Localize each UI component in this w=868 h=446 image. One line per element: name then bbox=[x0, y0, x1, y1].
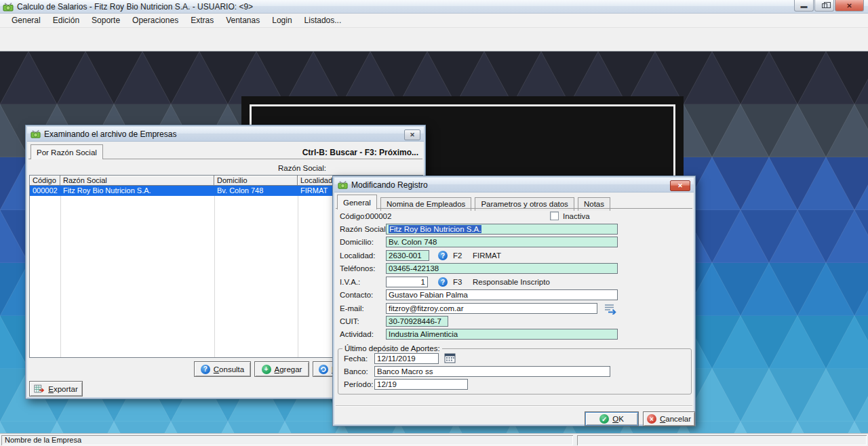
col-codigo[interactable]: Código bbox=[30, 176, 60, 186]
telefonos-input[interactable]: 03465-422138 bbox=[386, 263, 618, 274]
iva-input[interactable]: 1 bbox=[386, 277, 428, 287]
cell-domicilio: Bv. Colon 748 bbox=[214, 186, 298, 196]
app-icon bbox=[3, 1, 14, 12]
restore-button[interactable] bbox=[814, 0, 834, 12]
close-button[interactable]: ✕ bbox=[835, 0, 864, 12]
status-bar: Nombre de la Empresa bbox=[0, 433, 868, 446]
email-input[interactable]: fitzroy@fitzroy.com.ar bbox=[386, 303, 597, 314]
app-title: Calculo de Salarios - Fitz Roy Bio Nutri… bbox=[17, 2, 253, 12]
dialog-titlebar[interactable]: Modificando Registro ✕ bbox=[334, 178, 694, 192]
iva-label: I.V.A.: bbox=[340, 278, 360, 286]
cuit-value: 30-70928446-7 bbox=[389, 317, 441, 325]
actividad-input[interactable]: Industria Alimenticia bbox=[386, 329, 618, 340]
close-icon: ✕ bbox=[410, 131, 415, 138]
close-icon: ✕ bbox=[846, 2, 852, 9]
menu-general[interactable]: General bbox=[5, 14, 47, 26]
razon-label: Razón Social: bbox=[340, 225, 388, 233]
consulta-button[interactable]: ? Consulta bbox=[194, 361, 251, 377]
dialog-tabs: General Nomina de Empleados Parametros y… bbox=[337, 195, 612, 209]
dialog-title: Modificando Registro bbox=[351, 180, 428, 190]
razon-value: Fitz Roy Bio Nutricion S.A. bbox=[389, 225, 481, 233]
app-screen: Calculo de Salarios - Fitz Roy Bio Nutri… bbox=[0, 0, 868, 446]
tab-por-razon-social[interactable]: Por Razón Social bbox=[31, 144, 103, 159]
col-domicilio[interactable]: Domicilio bbox=[214, 176, 298, 186]
modify-dialog: Modificando Registro ✕ General Nomina de… bbox=[332, 176, 696, 426]
deposito-legend: Último depósito de Aportes: bbox=[342, 344, 442, 352]
cuit-label: CUIT: bbox=[340, 317, 359, 325]
search-hint: Ctrl-B: Buscar - F3: Próximo... bbox=[302, 148, 418, 157]
localidad-help-icon[interactable]: ? bbox=[438, 251, 448, 260]
tab-parametros[interactable]: Parametros y otros datos bbox=[475, 197, 574, 211]
inactiva-checkbox[interactable] bbox=[550, 211, 559, 220]
banco-label: Banco: bbox=[344, 367, 368, 376]
app-titlebar: Calculo de Salarios - Fitz Roy Bio Nutri… bbox=[0, 0, 868, 14]
window-icon bbox=[338, 180, 348, 190]
deposito-group: Último depósito de Aportes: Fecha: 12/11… bbox=[338, 344, 692, 394]
tab-notas[interactable]: Notas bbox=[578, 197, 610, 211]
agregar-button[interactable]: + Agregar bbox=[254, 361, 309, 377]
tab-general[interactable]: General bbox=[337, 195, 377, 209]
contacto-label: Contacto: bbox=[340, 291, 373, 299]
iva-fkey: F3 bbox=[453, 278, 462, 286]
iva-help-icon[interactable]: ? bbox=[438, 277, 448, 287]
cancel-label: Cancelar bbox=[660, 415, 691, 423]
email-value: fitzroy@fitzroy.com.ar bbox=[389, 304, 464, 312]
domicilio-label: Domicilio: bbox=[340, 238, 374, 246]
cancel-button[interactable]: × Cancelar bbox=[643, 411, 695, 426]
tab-nomina[interactable]: Nomina de Empleados bbox=[380, 197, 471, 211]
agregar-label: Agregar bbox=[275, 365, 302, 373]
periodo-label: Período: bbox=[344, 380, 373, 388]
export-table-icon bbox=[34, 384, 45, 394]
iva-name: Responsable Inscripto bbox=[473, 278, 550, 286]
status-panel-right bbox=[577, 435, 867, 445]
help-icon: ? bbox=[201, 365, 210, 374]
menu-listados[interactable]: Listados... bbox=[298, 14, 348, 26]
periodo-input[interactable]: 12/19 bbox=[374, 379, 468, 390]
fecha-label: Fecha: bbox=[344, 354, 368, 363]
localidad-value: 2630-001 bbox=[389, 251, 422, 260]
ok-label: OK bbox=[612, 415, 624, 423]
toolbar: |◀ ◀◀ ◀ ? ▶ ▶▶ ▶| ↶ + bbox=[0, 28, 868, 52]
send-email-icon[interactable] bbox=[603, 302, 618, 315]
actividad-label: Actividad: bbox=[340, 330, 374, 338]
desktop-area: DIGIT Examinando el archivo de Empresas … bbox=[0, 52, 868, 433]
dialog-close-button[interactable]: ✕ bbox=[670, 180, 690, 191]
menu-operaciones[interactable]: Operaciones bbox=[126, 14, 184, 26]
calendar-icon[interactable] bbox=[444, 352, 456, 363]
menu-soporte[interactable]: Soporte bbox=[85, 14, 126, 26]
ok-button[interactable]: ✓ OK bbox=[585, 411, 639, 426]
codigo-label: Código: bbox=[340, 212, 367, 220]
close-icon: ✕ bbox=[677, 182, 683, 189]
grid-line bbox=[298, 176, 298, 357]
window-icon bbox=[31, 129, 41, 139]
razon-input[interactable]: Fitz Roy Bio Nutricion S.A. bbox=[386, 224, 618, 235]
localidad-input[interactable]: 2630-001 bbox=[386, 250, 429, 261]
menu-ventanas[interactable]: Ventanas bbox=[220, 14, 266, 26]
restore-icon bbox=[822, 3, 827, 8]
grid-line bbox=[60, 176, 61, 357]
actividad-value: Industria Alimenticia bbox=[389, 330, 458, 338]
fecha-input[interactable]: 12/11/2019 bbox=[374, 353, 439, 364]
browse-close-button[interactable]: ✕ bbox=[404, 129, 420, 140]
periodo-value: 12/19 bbox=[377, 380, 397, 388]
telefonos-label: Teléfonos: bbox=[340, 264, 375, 272]
domicilio-input[interactable]: Bv. Colon 748 bbox=[386, 237, 618, 247]
minimize-button[interactable]: ▬ bbox=[794, 0, 814, 12]
col-razon-social[interactable]: Razón Social bbox=[60, 176, 214, 186]
browse-window-titlebar[interactable]: Examinando el archivo de Empresas ✕ bbox=[27, 127, 424, 142]
inactiva-label: Inactiva bbox=[563, 212, 590, 220]
search-label: Razón Social: bbox=[229, 164, 326, 172]
menu-extras[interactable]: Extras bbox=[184, 14, 220, 26]
consulta-label: Consulta bbox=[214, 365, 244, 373]
tab-strip-line bbox=[336, 208, 692, 209]
x-icon: × bbox=[647, 414, 656, 424]
banco-input[interactable]: Banco Macro ss bbox=[374, 366, 610, 377]
menu-login[interactable]: Login bbox=[266, 14, 298, 26]
contacto-input[interactable]: Gustavo Fabian Palma bbox=[386, 289, 618, 300]
menu-edicion[interactable]: Edición bbox=[47, 14, 85, 26]
cuit-input[interactable]: 30-70928446-7 bbox=[386, 316, 448, 327]
banco-value: Banco Macro ss bbox=[377, 367, 433, 376]
status-panel-left: Nombre de la Empresa bbox=[1, 435, 573, 445]
exportar-button[interactable]: Exportar bbox=[29, 381, 83, 397]
iva-value: 1 bbox=[421, 278, 425, 286]
